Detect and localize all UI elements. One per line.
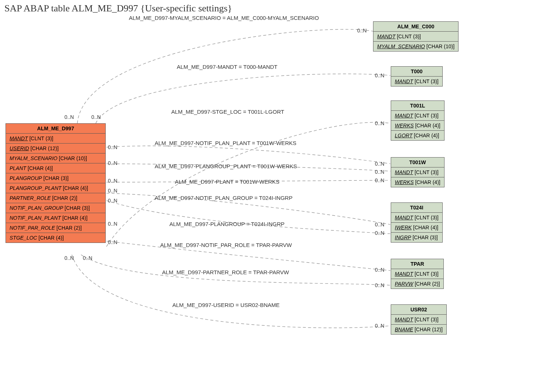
- field-type: [CHAR (4)]: [61, 215, 87, 221]
- entity-field-row: MANDT [CLNT (3)]: [391, 77, 442, 86]
- relation-label: ALM_ME_D997-NOTIF_PLAN_PLANT = T001W-WER…: [155, 140, 296, 146]
- field-name: PARVW: [395, 281, 413, 287]
- field-type: [CHAR (3)]: [42, 175, 68, 181]
- entity-field-row: WERKS [CHAR (4)]: [391, 121, 444, 131]
- field-name: WERKS: [395, 123, 414, 128]
- relation-label: ALM_ME_D997-PLANGROUP = T024I-INGRP: [169, 221, 284, 227]
- page-title: SAP ABAP table ALM_ME_D997 {User-specifi…: [4, 3, 232, 14]
- field-type: [CHAR (4)]: [414, 179, 440, 185]
- entity-field-row: PARTNER_ROLE [CHAR (2)]: [6, 193, 105, 203]
- cardinality-label: 0..N: [108, 198, 117, 204]
- entity-field-row: MANDT [CLNT (3)]: [391, 269, 443, 279]
- entity-field-row: LGORT [CHAR (4)]: [391, 131, 444, 140]
- entity-field-row: USERID [CHAR (12)]: [6, 144, 105, 153]
- entity-field-row: MANDT [CLNT (3)]: [391, 111, 444, 121]
- entity-field-row: PARVW [CHAR (2)]: [391, 279, 443, 289]
- ref-entity-header: T001L: [391, 101, 444, 111]
- cardinality-label: 0..N: [375, 161, 384, 167]
- field-type: [CLNT (3)]: [28, 135, 53, 141]
- field-name: MANDT: [395, 169, 413, 175]
- field-name: MANDT: [395, 113, 413, 119]
- cardinality-label: 0..N: [64, 255, 74, 261]
- relation-label: ALM_ME_D997-NOTIF_PLAN_GROUP = T024I-ING…: [155, 195, 292, 201]
- entity-field-row: IWERK [CHAR (4)]: [391, 223, 442, 233]
- field-name: PLANT: [10, 165, 26, 171]
- field-name: MYALM_SCENARIO: [377, 43, 425, 49]
- field-type: [CHAR (10)]: [425, 43, 454, 49]
- cardinality-label: 0..N: [375, 120, 384, 126]
- entity-field-row: PLANGROUP [CHAR (3)]: [6, 173, 105, 183]
- field-type: [CHAR (2)]: [51, 195, 77, 201]
- main-entity: ALM_ME_D997 MANDT [CLNT (3)]USERID [CHAR…: [6, 123, 106, 243]
- field-name: LGORT: [395, 133, 412, 138]
- ref-entity-header: T001W: [391, 158, 444, 167]
- entity-field-row: MYALM_SCENARIO [CHAR (10)]: [6, 153, 105, 163]
- field-type: [CHAR (2)]: [55, 225, 81, 231]
- ref-entity-header: TPAR: [391, 259, 443, 269]
- cardinality-label: 0..N: [108, 239, 117, 245]
- ref-entity-header: ALM_ME_C000: [373, 22, 458, 32]
- cardinality-label: 0..N: [108, 221, 117, 227]
- entity-field-row: WERKS [CHAR (4)]: [391, 177, 444, 187]
- field-type: [CHAR (4)]: [37, 235, 64, 241]
- field-name: PLANGROUP: [10, 175, 42, 181]
- relation-label: ALM_ME_D997-MANDT = T000-MANDT: [177, 64, 277, 70]
- cardinality-label: 0..N: [108, 188, 117, 194]
- ref-entity-T001W: T001W MANDT [CLNT (3)]WERKS [CHAR (4)]: [391, 157, 445, 187]
- cardinality-label: 0..N: [375, 73, 384, 78]
- cardinality-label: 0..N: [108, 160, 117, 166]
- entity-field-row: MANDT [CLNT (3)]: [391, 213, 442, 223]
- main-entity-header: ALM_ME_D997: [6, 124, 105, 134]
- ref-entity-header: T024I: [391, 203, 442, 213]
- cardinality-label: 0..N: [375, 230, 384, 236]
- cardinality-label: 0..N: [83, 255, 92, 261]
- relation-label: ALM_ME_D997-USERID = USR02-BNAME: [172, 302, 280, 308]
- field-name: NOTIF_PLAN_GROUP: [10, 205, 63, 211]
- field-name: WERKS: [395, 179, 414, 185]
- ref-entity-header: USR02: [391, 305, 446, 315]
- entity-field-row: MYALM_SCENARIO [CHAR (10)]: [373, 42, 458, 51]
- field-name: USERID: [10, 145, 29, 151]
- relation-label: ALM_ME_D997-NOTIF_PAR_ROLE = TPAR-PARVW: [160, 242, 292, 248]
- field-name: NOTIF_PLAN_PLANT: [10, 215, 61, 221]
- field-type: [CHAR (4)]: [412, 225, 438, 230]
- ref-entity-USR02: USR02 MANDT [CLNT (3)]BNAME [CHAR (12)]: [391, 304, 447, 335]
- field-type: [CLNT (3)]: [413, 78, 439, 84]
- ref-entity-ALM_ME_C000: ALM_ME_C000 MANDT [CLNT (3)]MYALM_SCENAR…: [373, 21, 459, 52]
- cardinality-label: 0..N: [375, 177, 384, 183]
- field-type: [CHAR (10)]: [57, 155, 87, 161]
- field-type: [CLNT (3)]: [413, 169, 439, 175]
- entity-field-row: PLANT [CHAR (4)]: [6, 163, 105, 173]
- cardinality-label: 0..N: [375, 222, 384, 227]
- entity-field-row: NOTIF_PLAN_GROUP [CHAR (3)]: [6, 203, 105, 213]
- field-type: [CHAR (4)]: [62, 185, 88, 191]
- relation-label: ALM_ME_D997-PARTNER_ROLE = TPAR-PARVW: [162, 269, 289, 275]
- entity-field-row: MANDT [CLNT (3)]: [391, 167, 444, 177]
- field-name: PLANGROUP_PLANT: [10, 185, 62, 191]
- relation-label: ALM_ME_D997-PLANT = T001W-WERKS: [175, 179, 280, 185]
- entity-field-row: STGE_LOC [CHAR (4)]: [6, 233, 105, 243]
- ref-entity-header: T000: [391, 67, 442, 77]
- field-type: [CHAR (2)]: [413, 281, 440, 287]
- cardinality-label: 0..N: [375, 323, 384, 329]
- cardinality-label: 0..N: [375, 267, 384, 273]
- field-name: NOTIF_PAR_ROLE: [10, 225, 55, 231]
- field-name: PARTNER_ROLE: [10, 195, 51, 201]
- field-name: MANDT: [395, 317, 413, 322]
- relation-label: ALM_ME_D997-STGE_LOC = T001L-LGORT: [171, 109, 284, 115]
- field-type: [CHAR (12)]: [29, 145, 59, 151]
- relation-label: ALM_ME_D997-PLANGROUP_PLANT = T001W-WERK…: [155, 163, 297, 169]
- field-type: [CLNT (3)]: [413, 271, 439, 277]
- entity-field-row: MANDT [CLNT (3)]: [391, 315, 446, 325]
- field-name: BNAME: [395, 326, 413, 332]
- field-name: MANDT: [395, 78, 413, 84]
- entity-field-row: NOTIF_PLAN_PLANT [CHAR (4)]: [6, 213, 105, 223]
- field-type: [CHAR (4)]: [414, 123, 440, 128]
- entity-field-row: BNAME [CHAR (12)]: [391, 325, 446, 334]
- field-type: [CLNT (3)]: [413, 317, 439, 322]
- field-type: [CHAR (4)]: [412, 133, 439, 138]
- cardinality-label: 0..N: [64, 114, 74, 120]
- cardinality-label: 0..N: [108, 144, 117, 150]
- entity-field-row: PLANGROUP_PLANT [CHAR (4)]: [6, 183, 105, 193]
- field-name: STGE_LOC: [10, 235, 37, 241]
